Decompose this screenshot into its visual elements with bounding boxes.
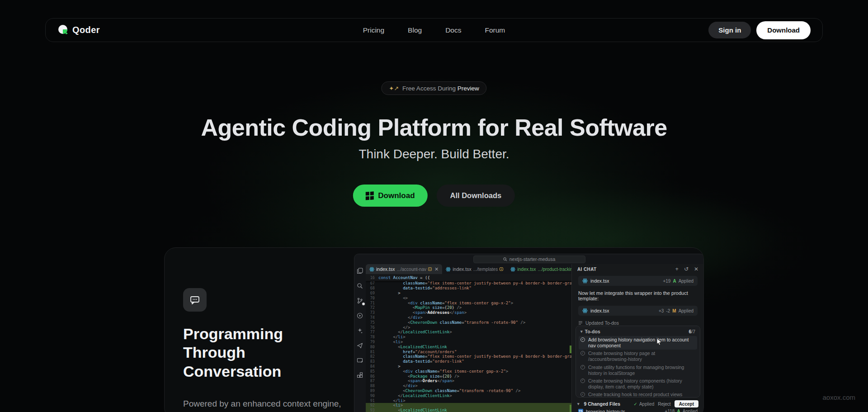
diff-ruler-mark: [570, 405, 571, 412]
code-line-86: 86 <Package size={20} />: [366, 374, 571, 379]
code-line-82: 82 className="flex items-center justify-…: [366, 354, 571, 359]
code-line-81: 81 href="/account/orders": [366, 349, 571, 354]
feature-card: Programming Through Conversation Powered…: [164, 247, 704, 412]
typescript-file-icon: TS: [578, 409, 583, 412]
editor-tabbar: index.tsx.../account-nav✕index.tsx.../te…: [366, 264, 571, 274]
code-line-84: 84 >: [366, 364, 571, 369]
todo-item-1[interactable]: ✓Create browsing history page at /accoun…: [579, 350, 697, 363]
brand-name: Qoder: [72, 25, 100, 35]
changed-files-header[interactable]: ▾ 9 Changed Files ✓Applied Reject Accept: [577, 400, 698, 407]
main-nav: Pricing Blog Docs Forum: [363, 26, 505, 34]
explorer-icon[interactable]: [357, 268, 363, 275]
ai-chat-body: index.tsx +19AApplied Now let me integra…: [572, 274, 704, 334]
chevron-down-icon: ▾: [577, 402, 580, 406]
ai-sparkle-icon[interactable]: [357, 327, 363, 334]
modified-badge-icon: [428, 267, 432, 271]
preview-badge[interactable]: ✦↗ Free Access During Preview: [381, 81, 486, 95]
check-circle-icon: ✓: [580, 379, 585, 383]
code-line-93: 93 <LocalizedClientLink: [366, 408, 571, 412]
header-actions: Sign in Download: [708, 21, 811, 39]
react-file-icon: [510, 267, 515, 272]
ai-chat-header: AI CHAT + ↺ ✕: [572, 264, 704, 274]
qoder-landing-page: Qoder Pricing Blog Docs Forum Sign in Do…: [0, 0, 868, 412]
hero-title: Agentic Coding Platform for Real Softwar…: [0, 114, 868, 141]
ide-window: nextjs-starter-medusa: [354, 254, 704, 412]
code-line-69: 69 >: [366, 291, 571, 296]
code-line-79: 79 <li>: [366, 340, 571, 345]
code-line-75: 75 <ChevronDown className="transform -ro…: [366, 320, 571, 325]
activity-bar: [354, 264, 366, 412]
mouse-cursor: [656, 338, 662, 346]
qoder-logo-icon: [57, 24, 68, 37]
todo-item-2[interactable]: ✓Create utility functions for managing b…: [579, 364, 697, 377]
nav-link-blog[interactable]: Blog: [408, 26, 422, 34]
editor-tab-1[interactable]: index.tsx.../templates: [442, 264, 507, 274]
run-debug-icon[interactable]: [357, 313, 363, 319]
windows-logo-icon: [366, 191, 374, 200]
new-chat-icon[interactable]: +: [675, 266, 679, 272]
editor-tab-0[interactable]: index.tsx.../account-nav✕: [366, 264, 442, 274]
chat-bubble-icon: [183, 288, 207, 312]
nav-link-pricing[interactable]: Pricing: [363, 26, 384, 34]
changed-file-row-0[interactable]: TSbrowsing-history.ts+118AApplied: [577, 407, 698, 412]
todo-item-0[interactable]: ✓Add browsing history navigation item to…: [579, 336, 697, 350]
chevron-down-icon: ▾: [580, 329, 583, 334]
code-line-73: 73 <span>Addresses</span>: [366, 310, 571, 315]
accept-button[interactable]: Accept: [675, 400, 698, 407]
updated-todos-link[interactable]: Updated To-dos: [578, 320, 698, 326]
feature-paragraph: Powered by an enhanced context engine,: [183, 399, 341, 409]
hero-download-button[interactable]: Download: [353, 185, 428, 207]
code-line-67: 67 className="flex items-center justify-…: [366, 281, 571, 286]
close-tab-icon[interactable]: ✕: [434, 266, 439, 272]
history-icon[interactable]: ↺: [684, 266, 689, 272]
close-chat-icon[interactable]: ✕: [694, 266, 698, 272]
top-navbar: Qoder Pricing Blog Docs Forum Sign in Do…: [45, 18, 823, 42]
code-line-74: 74 </div>: [366, 315, 571, 320]
code-line-76: 76 </>: [366, 325, 571, 330]
header-download-button[interactable]: Download: [756, 21, 811, 39]
react-file-icon: [582, 308, 588, 313]
reject-button[interactable]: Reject: [658, 402, 670, 407]
code-line-91: 91 </li>: [366, 398, 571, 403]
applied-indicator: ✓Applied: [634, 402, 655, 407]
code-line-92: 92 <li>: [366, 403, 571, 408]
sign-in-button[interactable]: Sign in: [708, 22, 751, 38]
remote-preview-icon[interactable]: [357, 357, 363, 364]
nav-link-docs[interactable]: Docs: [445, 26, 461, 34]
code-line-78: 78 </li>: [366, 335, 571, 340]
code-line-87: 87 <span>Orders</span>: [366, 379, 571, 384]
code-line-80: 80 <LocalizedClientLink: [366, 344, 571, 349]
brand-logo[interactable]: Qoder: [57, 24, 100, 37]
todo-item-3[interactable]: ✓Create browsing history components (his…: [579, 377, 697, 391]
sparkle-arrow-icon: ✦↗: [389, 85, 399, 92]
hero-cta-row: Download All Downloads: [353, 185, 515, 207]
todo-item-4[interactable]: ✓Create tracking hook to record product …: [579, 391, 697, 398]
check-circle-icon: ✓: [580, 337, 585, 342]
extensions-icon[interactable]: [357, 372, 363, 379]
code-line-77: 77 </LocalizedClientLink>: [366, 330, 571, 335]
code-editor[interactable]: 16const AccountNav = ({ 67 className="fl…: [366, 274, 571, 412]
hero-subtitle: Think Deeper. Build Better.: [0, 147, 868, 161]
check-circle-icon: ✓: [580, 392, 585, 397]
all-downloads-button[interactable]: All Downloads: [437, 185, 515, 207]
code-line-89: 89 <ChevronDown className="transform -ro…: [366, 388, 571, 393]
todos-count: 6/7: [689, 329, 695, 334]
search-panel-icon[interactable]: [357, 283, 363, 289]
ide-search-box[interactable]: nextjs-starter-medusa: [473, 256, 585, 263]
send-plane-icon[interactable]: [357, 342, 363, 349]
code-line-85: 85 <div className="flex items-center gap…: [366, 369, 571, 374]
watermark: aoxox.com: [822, 393, 855, 401]
diff-ruler-mark: [570, 346, 571, 353]
todos-panel: ▾ To-dos 6/7 ✓Add browsing history navig…: [576, 326, 700, 398]
check-circle-icon: ✓: [580, 351, 585, 355]
file-change-card[interactable]: index.tsx +19AApplied: [578, 276, 698, 286]
nav-link-forum[interactable]: Forum: [485, 26, 505, 34]
changed-files-panel: ▾ 9 Changed Files ✓Applied Reject Accept…: [576, 399, 700, 412]
todos-header[interactable]: ▾ To-dos 6/7: [579, 328, 697, 336]
file-change-card[interactable]: index.tsx +3-2MApplied: [578, 306, 698, 316]
source-control-icon[interactable]: [357, 298, 363, 304]
ai-chat-panel: AI CHAT + ↺ ✕ index.tsx +19AApplied: [571, 264, 704, 412]
check-circle-icon: ✓: [580, 365, 585, 369]
code-line-70: 70 <>: [366, 295, 571, 300]
checklist-icon: [578, 321, 583, 325]
